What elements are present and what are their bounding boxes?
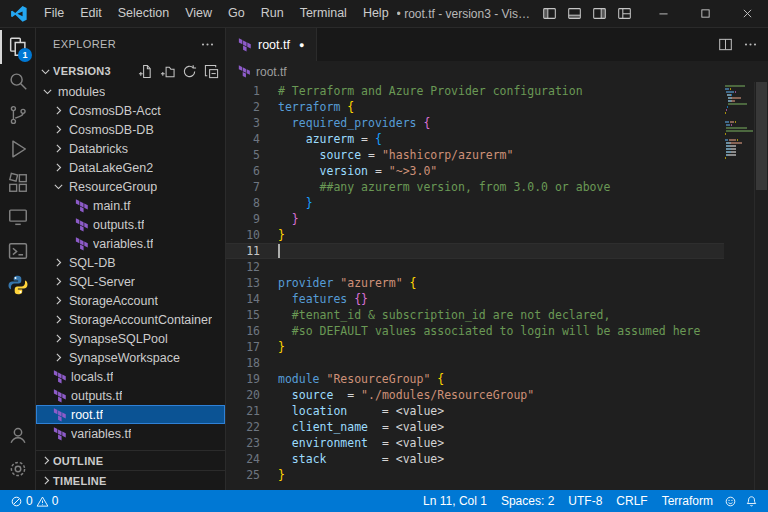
- code-line-21[interactable]: 21 location = <value>: [226, 403, 724, 419]
- folder-synapseworkspace[interactable]: SynapseWorkspace: [36, 348, 225, 367]
- tree-item-label: ResourceGroup: [69, 180, 157, 194]
- file-variables-tf[interactable]: variables.tf: [36, 234, 225, 253]
- folder-datalakegen2[interactable]: DataLakeGen2: [36, 158, 225, 177]
- feedback-icon[interactable]: [720, 495, 741, 508]
- file-main-tf[interactable]: main.tf: [36, 196, 225, 215]
- layout-customize-icon[interactable]: [617, 6, 632, 21]
- code-line-20[interactable]: 20 source = "./modules/ResourceGroup": [226, 387, 724, 403]
- activity-python[interactable]: [0, 268, 35, 302]
- activity-settings[interactable]: [0, 452, 35, 486]
- minimap[interactable]: [724, 82, 754, 490]
- activity-account[interactable]: [0, 418, 35, 452]
- explorer-more-icon[interactable]: [200, 37, 215, 52]
- layout-panel-icon[interactable]: [567, 6, 582, 21]
- maximize-button[interactable]: [684, 0, 726, 27]
- menu-go[interactable]: Go: [220, 0, 253, 27]
- editor-scrollbar[interactable]: [754, 82, 768, 490]
- code-line-17[interactable]: 17}: [226, 339, 724, 355]
- status-language[interactable]: Terraform: [655, 494, 720, 508]
- scrollbar-thumb[interactable]: [756, 82, 767, 190]
- new-file-button[interactable]: [138, 64, 153, 79]
- code-line-9[interactable]: 9 }: [226, 211, 724, 227]
- code-line-24[interactable]: 24 stack = <value>: [226, 451, 724, 467]
- folder-cosmosdb-db[interactable]: CosmosDB-DB: [36, 120, 225, 139]
- code-line-22[interactable]: 22 client_name = <value>: [226, 419, 724, 435]
- menu-view[interactable]: View: [177, 0, 220, 27]
- code-line-15[interactable]: 15 #tenant_id & subscription_id are not …: [226, 307, 724, 323]
- code-line-6[interactable]: 6 version = "~>3.0": [226, 163, 724, 179]
- file-locals-tf[interactable]: locals.tf: [36, 367, 225, 386]
- panel-label: TIMELINE: [53, 475, 107, 487]
- code-line-10[interactable]: 10}: [226, 227, 724, 243]
- folder-cosmosdb-acct[interactable]: CosmosDB-Acct: [36, 101, 225, 120]
- panel-outline[interactable]: OUTLINE: [36, 450, 225, 470]
- folder-sql-db[interactable]: SQL-DB: [36, 253, 225, 272]
- sidebar-panels: OUTLINETIMELINE: [36, 450, 225, 490]
- tab-root-tf[interactable]: root.tf ●: [226, 28, 317, 61]
- code-line-5[interactable]: 5 source = "hashicorp/azurerm": [226, 147, 724, 163]
- folder-storageaccount[interactable]: StorageAccount: [36, 291, 225, 310]
- code-line-19[interactable]: 19module "ResourceGroup" {: [226, 371, 724, 387]
- code-lines[interactable]: 1# Terraform and Azure Provider configur…: [226, 82, 724, 490]
- layout-sidebar-left-icon[interactable]: [542, 6, 557, 21]
- activity-search[interactable]: [0, 64, 35, 98]
- code-line-12[interactable]: 12: [226, 259, 724, 275]
- activity-run-and-debug[interactable]: [0, 132, 35, 166]
- folder-modules[interactable]: modules: [36, 82, 225, 101]
- status-cursor-position[interactable]: Ln 11, Col 1: [416, 494, 494, 508]
- status-indent[interactable]: Spaces: 2: [494, 494, 561, 508]
- refresh-button[interactable]: [182, 64, 197, 79]
- menu-file[interactable]: File: [36, 0, 72, 27]
- code-line-7[interactable]: 7 ##any azurerm version, from 3.0.0 or a…: [226, 179, 724, 195]
- folder-resourcegroup[interactable]: ResourceGroup: [36, 177, 225, 196]
- status-encoding[interactable]: UTF-8: [561, 494, 609, 508]
- split-editor-icon[interactable]: [718, 37, 733, 52]
- new-folder-button[interactable]: [160, 64, 175, 79]
- code-line-25[interactable]: 25}: [226, 467, 724, 483]
- code-line-3[interactable]: 3 required_providers {: [226, 115, 724, 131]
- menu-terminal[interactable]: Terminal: [292, 0, 355, 27]
- folder-databricks[interactable]: Databricks: [36, 139, 225, 158]
- code-editor[interactable]: 1# Terraform and Azure Provider configur…: [226, 82, 768, 490]
- folder-sql-server[interactable]: SQL-Server: [36, 272, 225, 291]
- line-text: module "ResourceGroup" {: [278, 371, 444, 387]
- code-line-2[interactable]: 2terraform {: [226, 99, 724, 115]
- code-line-14[interactable]: 14 features {}: [226, 291, 724, 307]
- code-line-11[interactable]: 11: [226, 243, 724, 259]
- code-line-23[interactable]: 23 environment = <value>: [226, 435, 724, 451]
- menu-edit[interactable]: Edit: [72, 0, 110, 27]
- problems-indicator[interactable]: 0 0: [10, 494, 58, 508]
- file-variables-tf[interactable]: variables.tf: [36, 424, 225, 443]
- activity-explorer[interactable]: 1: [0, 30, 35, 64]
- line-number: 4: [226, 131, 278, 147]
- file-root-tf[interactable]: root.tf: [36, 405, 225, 424]
- status-eol[interactable]: CRLF: [609, 494, 654, 508]
- settings-icon: [7, 458, 29, 480]
- folder-storageaccountcontainer[interactable]: StorageAccountContainer: [36, 310, 225, 329]
- layout-sidebar-right-icon[interactable]: [592, 6, 607, 21]
- collapse-all-button[interactable]: [204, 64, 219, 79]
- code-line-8[interactable]: 8 }: [226, 195, 724, 211]
- code-line-18[interactable]: 18: [226, 355, 724, 371]
- menu-run[interactable]: Run: [253, 0, 292, 27]
- workspace-section-header[interactable]: VERSION3: [36, 60, 225, 82]
- file-outputs-tf[interactable]: outputs.tf: [36, 215, 225, 234]
- code-line-4[interactable]: 4 azurerm = {: [226, 131, 724, 147]
- breadcrumb[interactable]: root.tf: [226, 61, 768, 82]
- activity-source-control[interactable]: [0, 98, 35, 132]
- activity-extensions[interactable]: [0, 166, 35, 200]
- file-outputs-tf[interactable]: outputs.tf: [36, 386, 225, 405]
- bell-icon[interactable]: [741, 495, 762, 508]
- more-icon[interactable]: [743, 37, 758, 52]
- activity-remote-explorer[interactable]: [0, 200, 35, 234]
- menu-selection[interactable]: Selection: [110, 0, 177, 27]
- panel-timeline[interactable]: TIMELINE: [36, 470, 225, 490]
- folder-synapsesqlpool[interactable]: SynapseSQLPool: [36, 329, 225, 348]
- code-line-1[interactable]: 1# Terraform and Azure Provider configur…: [226, 83, 724, 99]
- code-line-16[interactable]: 16 #so DEFAULT values associated to logi…: [226, 323, 724, 339]
- code-line-13[interactable]: 13provider "azurerm" {: [226, 275, 724, 291]
- close-button[interactable]: [726, 0, 768, 27]
- menu-help[interactable]: Help: [355, 0, 397, 27]
- activity-terminal[interactable]: [0, 234, 35, 268]
- minimize-button[interactable]: [642, 0, 684, 27]
